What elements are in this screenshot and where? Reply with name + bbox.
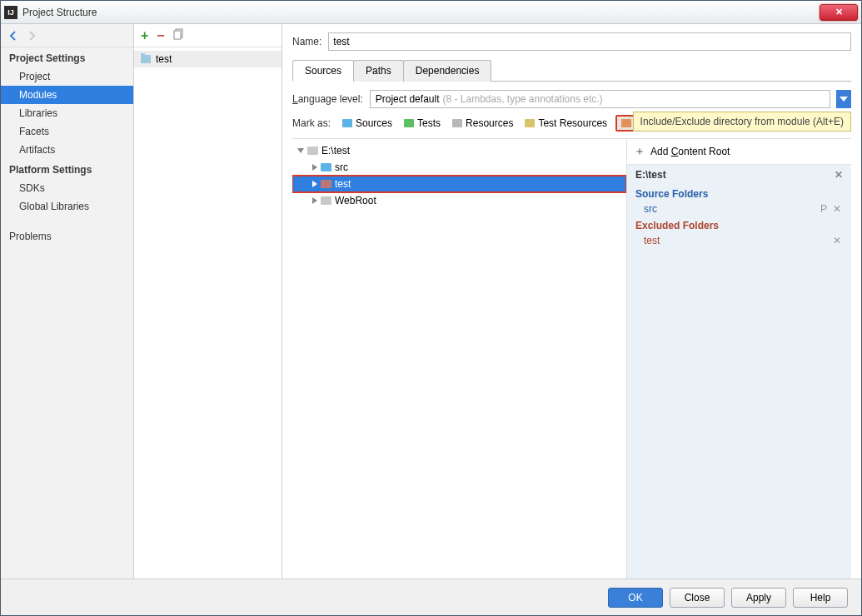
module-detail-panel: Name: Sources Paths Dependencies Languag… <box>282 24 861 579</box>
name-label: Name: <box>292 36 321 47</box>
remove-module-icon[interactable]: − <box>157 28 164 43</box>
name-row: Name: <box>292 32 851 51</box>
language-level-select[interactable]: Project default (8 - Lambdas, type annot… <box>370 90 830 108</box>
folder-excluded-icon <box>321 180 331 188</box>
tree-node-label: WebRoot <box>335 195 376 206</box>
sidebar: Project Settings Project Modules Librari… <box>1 24 134 579</box>
sidebar-item-artifacts[interactable]: Artifacts <box>1 141 133 159</box>
mark-resources-button[interactable]: Resources <box>449 116 516 131</box>
remove-folder-icon[interactable]: ✕ <box>833 235 843 246</box>
folder-gray-icon <box>452 119 462 127</box>
excluded-folders-heading: Excluded Folders <box>627 216 851 233</box>
mark-as-label: Mark as: <box>292 117 331 129</box>
language-level-hint: (8 - Lambdas, type annotations etc.) <box>442 93 602 105</box>
excluded-folder-test[interactable]: test ✕ <box>627 233 851 248</box>
content-root-path[interactable]: E:\test ✕ <box>627 165 851 185</box>
tooltip: Include/Exclude directory from module (A… <box>633 112 851 132</box>
module-item-test[interactable]: test <box>134 51 282 67</box>
module-list-panel: + − test <box>134 24 282 579</box>
module-item-label: test <box>156 53 172 65</box>
sidebar-item-facets[interactable]: Facets <box>1 122 133 141</box>
tabs: Sources Paths Dependencies <box>292 59 851 82</box>
folder-icon <box>321 196 331 205</box>
source-folders-heading: Source Folders <box>627 185 851 201</box>
remove-content-root-icon[interactable]: ✕ <box>835 169 843 181</box>
tab-sources[interactable]: Sources <box>292 60 354 82</box>
folder-yellow-icon <box>525 119 535 127</box>
apply-button[interactable]: Apply <box>731 588 786 608</box>
module-toolbar: + − <box>134 24 282 47</box>
tree-root-label: E:\test <box>321 145 350 156</box>
tree-node-label: test <box>335 178 351 190</box>
back-arrow-icon[interactable] <box>7 30 19 42</box>
folder-icon <box>307 147 318 155</box>
tree-node-webroot[interactable]: WebRoot <box>292 192 626 209</box>
chevron-right-icon[interactable] <box>312 197 317 204</box>
language-level-row: Language level: Project default (8 - Lam… <box>292 90 851 108</box>
sidebar-item-project[interactable]: Project <box>1 67 133 86</box>
tree-node-src[interactable]: src <box>292 159 626 176</box>
ok-button[interactable]: OK <box>608 588 663 608</box>
forward-arrow-icon[interactable] <box>26 30 37 42</box>
copy-module-icon[interactable] <box>173 28 185 42</box>
mark-sources-button[interactable]: Sources <box>339 116 396 131</box>
folder-green-icon <box>404 119 414 127</box>
sidebar-toolbar <box>1 24 133 47</box>
tree-node-test[interactable]: test <box>292 176 626 192</box>
content-roots-panel: ＋ Add Content Root E:\test ✕ Source Fold… <box>626 139 851 579</box>
sidebar-item-problems[interactable]: Problems <box>1 227 133 246</box>
project-structure-window: IJ Project Structure ✕ Project Settings … <box>0 0 862 616</box>
folder-blue-icon <box>321 163 331 171</box>
chevron-down-icon[interactable] <box>297 148 304 153</box>
svg-rect-1 <box>174 31 181 39</box>
module-folder-icon <box>141 55 151 63</box>
titlebar: IJ Project Structure ✕ <box>1 1 861 24</box>
sidebar-item-libraries[interactable]: Libraries <box>1 104 133 122</box>
tab-dependencies[interactable]: Dependencies <box>403 60 492 82</box>
language-level-value: Project default <box>376 93 440 105</box>
intellij-icon: IJ <box>4 6 17 19</box>
sidebar-item-sdks[interactable]: SDKs <box>1 179 133 197</box>
module-list: test <box>134 47 282 579</box>
sidebar-heading-project-settings: Project Settings <box>1 47 133 67</box>
add-content-root-button[interactable]: ＋ Add Content Root <box>627 139 851 165</box>
chevron-right-icon[interactable] <box>312 181 317 187</box>
plus-icon: ＋ <box>634 144 645 159</box>
sidebar-item-modules[interactable]: Modules <box>1 86 133 104</box>
module-name-input[interactable] <box>328 32 851 51</box>
content-tree: E:\test src test <box>292 139 626 579</box>
tab-paths[interactable]: Paths <box>353 60 404 82</box>
mark-test-resources-button[interactable]: Test Resources <box>521 116 610 131</box>
folder-actions-icon[interactable]: P ✕ <box>820 203 843 215</box>
close-button[interactable]: Close <box>670 588 725 608</box>
chevron-right-icon[interactable] <box>312 164 317 171</box>
add-module-icon[interactable]: + <box>141 28 148 43</box>
language-level-label: Language level: <box>292 93 363 105</box>
help-button[interactable]: Help <box>793 588 848 608</box>
language-dropdown-button[interactable] <box>836 90 851 108</box>
source-folder-src[interactable]: src P ✕ <box>627 201 851 216</box>
dialog-footer: OK Close Apply Help <box>1 579 861 615</box>
tree-root[interactable]: E:\test <box>292 142 626 159</box>
mark-tests-button[interactable]: Tests <box>401 116 444 131</box>
close-window-button[interactable]: ✕ <box>820 4 858 21</box>
tree-node-label: src <box>335 161 348 173</box>
sidebar-heading-platform-settings: Platform Settings <box>1 159 133 179</box>
sidebar-item-global-libraries[interactable]: Global Libraries <box>1 197 133 216</box>
folder-orange-icon <box>621 119 631 127</box>
folder-blue-icon <box>342 119 352 127</box>
window-title: Project Structure <box>22 7 97 18</box>
